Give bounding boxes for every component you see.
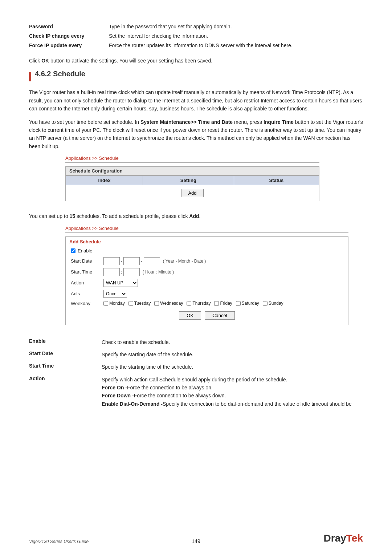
add-schedule-section: Applications >> Schedule Add Schedule En… — [65, 226, 348, 325]
schedule-config-title: Schedule Configuration — [66, 167, 319, 175]
label-force-ip: Force IP update every — [29, 41, 109, 50]
desc-row-starttime: Start Time Specify the starting time of … — [29, 361, 363, 373]
th-status: Status — [234, 176, 319, 185]
desc-row-action: Action Specify which action Call Schedul… — [29, 373, 363, 410]
breadcrumb1: Applications >> Schedule — [65, 155, 319, 162]
desc-value-starttime: Specify the starting time of the schedul… — [102, 361, 363, 373]
brand-tek: Tek — [346, 532, 363, 544]
brand-dray: Dray — [324, 532, 346, 544]
desc-password: Type in the password that you set for ap… — [109, 22, 363, 31]
description-table: Enable Check to enable the schedule. Sta… — [29, 336, 363, 410]
start-date-label: Start Date — [71, 258, 103, 264]
desc-value-enable: Check to enable the schedule. — [102, 336, 363, 348]
section-title: 4.6.2 Schedule — [35, 70, 85, 78]
weekday-wednesday: Wednesday — [154, 301, 183, 306]
desc-force-ip: Force the router updates its information… — [109, 41, 363, 50]
intro-table: Password Type in the password that you s… — [29, 22, 363, 50]
ok-cancel-row: OK Cancel — [66, 308, 348, 321]
weekday-tuesday: Tuesday — [128, 301, 151, 306]
ok-button[interactable]: OK — [179, 311, 201, 320]
acts-select[interactable]: Once Repeat — [103, 290, 127, 298]
desc-row-enable: Enable Check to enable the schedule. — [29, 336, 363, 348]
start-time-row: Start Time : ( Hour : Minute ) — [66, 267, 348, 278]
start-time-minute[interactable] — [123, 268, 140, 276]
section-title-bar — [29, 72, 31, 81]
add-schedule-button[interactable]: Add — [181, 189, 203, 197]
desc-check-ip: Set the interval for checking the inform… — [109, 31, 363, 41]
weekday-row: Weekday Monday Tuesday Wednesday Thursda… — [66, 299, 348, 308]
desc-value-startdate: Specify the starting date of the schedul… — [102, 348, 363, 361]
weekday-options: Monday Tuesday Wednesday Thursday Friday — [103, 301, 287, 306]
weekday-tuesday-label: Tuesday — [134, 301, 151, 306]
footer-guide-title: Vigor2130 Series User's Guide — [29, 539, 89, 544]
para2: You have to set your time before set sch… — [29, 118, 363, 151]
action-label: Action — [71, 280, 103, 285]
action-row: Action WAN UP WAN DOWN — [66, 278, 348, 288]
start-time-hint: ( Hour : Minute ) — [143, 270, 174, 275]
enable-label: Enable — [78, 248, 92, 254]
weekday-tuesday-checkbox[interactable] — [128, 301, 133, 306]
weekday-label: Weekday — [71, 301, 103, 306]
weekday-saturday: Saturday — [236, 301, 259, 306]
start-date-hint: ( Year - Month - Date ) — [163, 259, 206, 264]
table-row: Force IP update every Force the router u… — [29, 41, 363, 50]
para1: The Vigor router has a built-in real tim… — [29, 88, 363, 113]
weekday-wednesday-checkbox[interactable] — [154, 301, 159, 306]
cancel-button[interactable]: Cancel — [205, 311, 234, 320]
acts-row: Acts Once Repeat — [66, 288, 348, 299]
schedule-config-box: Schedule Configuration Index Setting Sta… — [65, 166, 319, 201]
start-date-day[interactable] — [144, 257, 160, 265]
th-setting: Setting — [143, 176, 234, 185]
desc-label-starttime: Start Time — [29, 361, 102, 373]
desc-row-startdate: Start Date Specify the starting date of … — [29, 348, 363, 361]
page-number: 149 — [192, 538, 200, 544]
weekday-thursday-checkbox[interactable] — [187, 301, 191, 306]
th-index: Index — [66, 176, 143, 185]
click-note: Click OK button to activate the settings… — [29, 57, 363, 65]
weekday-wednesday-label: Wednesday — [160, 301, 183, 306]
section-number: 4.6.2 — [35, 70, 51, 78]
action-select[interactable]: WAN UP WAN DOWN — [103, 279, 138, 287]
section-heading-row: 4.6.2 Schedule — [29, 70, 363, 83]
desc-value-action: Specify which action Call Schedule shoul… — [102, 373, 363, 410]
desc-label-enable: Enable — [29, 336, 102, 348]
schedule-section-1: Applications >> Schedule Schedule Config… — [65, 155, 319, 201]
weekday-thursday-label: Thursday — [192, 301, 211, 306]
schedule-table: Index Setting Status Add — [66, 175, 319, 201]
breadcrumb2: Applications >> Schedule — [65, 226, 348, 232]
weekday-thursday: Thursday — [187, 301, 211, 306]
start-date-year[interactable] — [103, 257, 120, 265]
label-check-ip: Check IP change every — [29, 31, 109, 41]
table-row: Add — [66, 185, 319, 201]
weekday-saturday-label: Saturday — [242, 301, 259, 306]
weekday-monday: Monday — [103, 301, 125, 306]
table-row: Check IP change every Set the interval f… — [29, 31, 363, 41]
start-date-row: Start Date - - ( Year - Month - Date ) — [66, 256, 348, 267]
desc-label-action: Action — [29, 373, 102, 410]
desc-label-startdate: Start Date — [29, 348, 102, 361]
weekday-sunday-label: Sunday — [269, 301, 283, 306]
weekday-friday: Friday — [214, 301, 232, 306]
footer-page: 149 — [192, 538, 200, 544]
weekday-friday-checkbox[interactable] — [214, 301, 219, 306]
label-password: Password — [29, 22, 109, 31]
weekday-sunday: Sunday — [263, 301, 283, 306]
table-row: Password Type in the password that you s… — [29, 22, 363, 31]
acts-label: Acts — [71, 291, 103, 296]
start-time-hour[interactable] — [103, 268, 120, 276]
start-time-label: Start Time — [71, 269, 103, 275]
weekday-monday-label: Monday — [109, 301, 125, 306]
enable-row: Enable — [66, 246, 348, 256]
weekday-monday-checkbox[interactable] — [103, 301, 108, 306]
weekday-saturday-checkbox[interactable] — [236, 301, 241, 306]
enable-checkbox[interactable] — [71, 248, 75, 253]
start-date-month[interactable] — [123, 257, 140, 265]
add-schedule-title: Add Schedule — [66, 237, 348, 246]
weekday-friday-label: Friday — [220, 301, 232, 306]
para3: You can set up to 15 schedules. To add a… — [29, 212, 363, 220]
weekday-sunday-checkbox[interactable] — [263, 301, 268, 306]
footer-brand: DrayTek — [324, 532, 363, 544]
add-schedule-box: Add Schedule Enable Start Date - - ( Yea… — [65, 236, 348, 325]
section-name: Schedule — [53, 70, 85, 78]
